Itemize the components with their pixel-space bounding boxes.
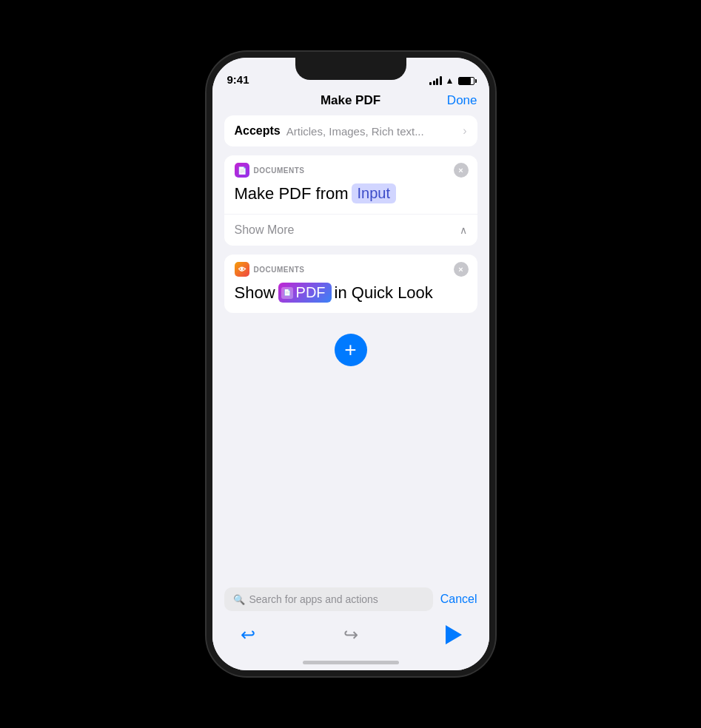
search-placeholder: Search for apps and actions [249,593,378,605]
card2-text-after: in Quick Look [335,283,433,303]
undo-icon: ↩ [241,624,255,645]
search-input-wrapper[interactable]: 🔍 Search for apps and actions [224,587,433,611]
accepts-value: Articles, Images, Rich text... [286,125,424,138]
accepts-chevron-icon: › [463,124,466,138]
undo-button[interactable]: ↩ [235,621,261,648]
make-pdf-card: 📄 DOCUMENTS × Make PDF from Input Show M… [224,155,477,246]
search-icon: 🔍 [233,594,245,605]
redo-icon: ↪ [343,624,358,645]
wifi-icon: ▲ [446,75,455,86]
accepts-row[interactable]: Accepts Articles, Images, Rich text... › [224,115,477,146]
notch [295,58,406,80]
show-more-text: Show More [235,223,295,237]
empty-space [212,378,489,582]
signal-bars-icon [429,76,442,85]
card1-close-button[interactable]: × [454,163,469,178]
show-more-row[interactable]: Show More ∧ [224,214,477,246]
bottom-search-bar: 🔍 Search for apps and actions Cancel [212,582,489,617]
card1-input-token[interactable]: Input [352,183,396,203]
play-icon [446,625,462,644]
card2-close-button[interactable]: × [454,262,469,277]
screen-content: 9:41 ▲ Make PDF Done Accepts [212,58,489,670]
card1-text-before: Make PDF from [235,184,349,203]
show-more-chevron-icon: ∧ [460,224,467,236]
card2-header: 👁 DOCUMENTS × [224,255,477,281]
signal-bar-3 [436,78,438,85]
add-button-container: + [212,322,489,378]
signal-bar-1 [429,82,432,85]
card1-header: 📄 DOCUMENTS × [224,155,477,182]
card1-category: DOCUMENTS [254,166,305,175]
make-pdf-icon: 📄 [235,163,249,178]
search-cancel-button[interactable]: Cancel [440,593,477,606]
done-button[interactable]: Done [447,93,477,108]
card2-text-before: Show [235,283,275,303]
card2-body: Show 📄 PDF in Quick Look [224,281,477,313]
card2-pdf-token[interactable]: 📄 PDF [278,283,332,303]
add-action-button[interactable]: + [335,334,367,366]
signal-bar-2 [433,81,435,85]
status-icons: ▲ [429,75,474,86]
quick-look-card: 👁 DOCUMENTS × Show 📄 PDF in Quick Look [224,255,477,313]
accepts-label: Accepts [235,124,281,138]
nav-title: Make PDF [321,93,380,108]
home-indicator [303,661,399,664]
token-pdf-label: PDF [296,284,326,301]
play-button[interactable] [440,621,467,648]
redo-button[interactable]: ↪ [338,621,364,648]
signal-bar-4 [440,76,442,85]
quick-look-icon: 👁 [235,262,249,277]
accepts-left: Accepts Articles, Images, Rich text... [235,124,424,138]
phone-frame: 9:41 ▲ Make PDF Done Accepts [207,52,495,676]
battery-icon [458,77,474,85]
token-pdf-icon: 📄 [281,287,293,299]
battery-fill [459,78,471,84]
card2-category: DOCUMENTS [254,266,305,274]
card1-body: Make PDF from Input [224,182,477,214]
status-time: 9:41 [227,73,249,86]
